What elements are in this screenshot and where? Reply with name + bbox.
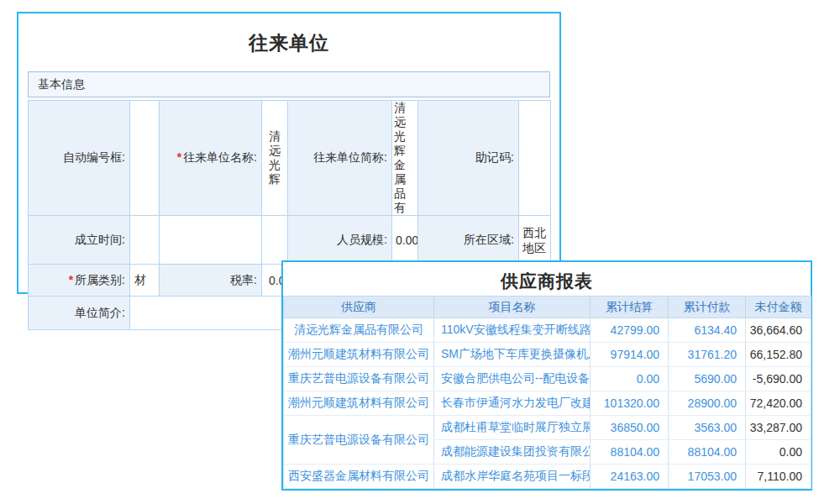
- settled-value: 42799.00: [591, 318, 669, 343]
- paid-value: 5690.00: [669, 367, 746, 391]
- supplier-link[interactable]: 清远光辉金属品有限公司: [284, 318, 434, 343]
- col-header-unpaid: 未付金额: [746, 297, 811, 318]
- project-link[interactable]: 成都杜甫草堂临时展厅独立展柜: [434, 416, 591, 440]
- col-header-supplier: 供应商: [284, 297, 434, 318]
- unpaid-value: 66,152.80: [746, 343, 811, 367]
- founded-field: [130, 216, 160, 265]
- partner-short-field: 清远光辉金属品有: [392, 101, 418, 216]
- staff-size-label: 人员规模:: [288, 216, 392, 265]
- unpaid-value: 7,110.00: [746, 465, 811, 489]
- col-header-settled: 累计结算: [591, 297, 669, 318]
- region-field: 西北地区: [519, 216, 551, 265]
- mnemonic-label: 助记码:: [418, 101, 519, 216]
- table-row: 潮州元顺建筑材料有限公司 SM广场地下车库更换摄像机及硬 97914.00 31…: [284, 343, 811, 367]
- staff-size-field: 0.00: [392, 216, 418, 265]
- settled-value: 101320.00: [591, 391, 669, 416]
- supplier-link[interactable]: 潮州元顺建筑材料有限公司: [284, 391, 434, 416]
- basic-info-section-header: 基本信息: [28, 71, 550, 97]
- supplier-report-table: 供应商 项目名称 累计结算 累计付款 未付金额 清远光辉金属品有限公司 110k…: [283, 296, 811, 489]
- table-row: 西安盛器金属材料有限公司 成都水岸华庭名苑项目一标段 24163.00 1705…: [284, 465, 811, 489]
- project-link[interactable]: 安徽合肥供电公司--配电设备检修: [434, 367, 591, 391]
- paid-value: 17053.00: [669, 465, 746, 489]
- partner-short-label: 往来单位简称:: [288, 101, 392, 216]
- partner-form-title: 往来单位: [18, 30, 559, 56]
- project-link[interactable]: 长春市伊通河水力发电厂改建工程: [434, 391, 591, 416]
- supplier-report-title: 供应商报表: [283, 270, 811, 293]
- unpaid-value: 72,420.00: [746, 391, 811, 416]
- paid-value: 88104.00: [669, 440, 746, 465]
- report-header-row: 供应商 项目名称 累计结算 累计付款 未付金额: [284, 297, 811, 318]
- auto-number-label: 自动编号框:: [29, 101, 130, 216]
- empty-cell: [262, 216, 288, 265]
- partner-name-label: *往来单位名称:: [160, 101, 262, 216]
- supplier-report-panel: 供应商报表 供应商 项目名称 累计结算 累计付款 未付金额 清远光辉金属品有限公…: [281, 260, 812, 491]
- settled-value: 0.00: [591, 367, 669, 391]
- partner-name-field: 清远光辉: [262, 101, 288, 216]
- settled-value: 88104.00: [591, 440, 669, 465]
- unpaid-value: -5,690.00: [746, 367, 811, 391]
- table-row: 潮州元顺建筑材料有限公司 长春市伊通河水力发电厂改建工程 101320.00 2…: [284, 391, 811, 416]
- required-asterisk: *: [69, 273, 73, 286]
- unpaid-value: 33,287.00: [746, 416, 811, 440]
- screen: 往来单位 基本信息 自动编号框: *往来单位名称: 清远光辉 往来单位简称: 清…: [0, 0, 840, 504]
- project-link[interactable]: 110kV安徽线程集变开断线路工程: [434, 318, 591, 343]
- supplier-link[interactable]: 潮州元顺建筑材料有限公司: [284, 343, 434, 367]
- partner-form-panel: 往来单位 基本信息 自动编号框: *往来单位名称: 清远光辉 往来单位简称: 清…: [17, 12, 561, 294]
- form-row-1: 自动编号框: *往来单位名称: 清远光辉 往来单位简称: 清远光辉金属品有 助记…: [29, 101, 551, 216]
- tax-rate-label: 税率:: [160, 265, 262, 297]
- table-row: 清远光辉金属品有限公司 110kV安徽线程集变开断线路工程 42799.00 6…: [284, 318, 811, 343]
- supplier-link[interactable]: 重庆艺普电源设备有限公司: [284, 367, 434, 391]
- unpaid-value: 36,664.60: [746, 318, 811, 343]
- settled-value: 24163.00: [591, 465, 669, 489]
- settled-value: 97914.00: [591, 343, 669, 367]
- required-asterisk: *: [177, 150, 181, 164]
- paid-value: 3563.00: [669, 416, 746, 440]
- category-label: *所属类别:: [29, 265, 130, 297]
- paid-value: 28900.00: [669, 391, 746, 416]
- table-row: 重庆艺普电源设备有限公司 成都杜甫草堂临时展厅独立展柜 36850.00 356…: [284, 416, 811, 440]
- region-label: 所在区域:: [418, 216, 519, 265]
- empty-cell: [160, 216, 262, 265]
- project-link[interactable]: SM广场地下车库更换摄像机及硬: [434, 343, 591, 367]
- form-row-2: 成立时间: 人员规模: 0.00 所在区域: 西北地区: [29, 216, 551, 265]
- category-field: 材: [130, 265, 160, 297]
- paid-value: 6134.40: [669, 318, 746, 343]
- project-link[interactable]: 成都能源建设集团投资有限公司: [434, 440, 591, 465]
- table-row: 重庆艺普电源设备有限公司 安徽合肥供电公司--配电设备检修 0.00 5690.…: [284, 367, 811, 391]
- unpaid-value: 0.00: [746, 440, 811, 465]
- auto-number-field: [130, 101, 160, 216]
- col-header-paid: 累计付款: [669, 297, 746, 318]
- paid-value: 31761.20: [669, 343, 746, 367]
- supplier-link[interactable]: 重庆艺普电源设备有限公司: [284, 416, 434, 465]
- settled-value: 36850.00: [591, 416, 669, 440]
- mnemonic-field: [519, 101, 551, 216]
- profile-label: 单位简介:: [29, 297, 130, 330]
- project-link[interactable]: 成都水岸华庭名苑项目一标段: [434, 465, 591, 489]
- founded-label: 成立时间:: [29, 216, 130, 265]
- col-header-project: 项目名称: [434, 297, 591, 318]
- supplier-link[interactable]: 西安盛器金属材料有限公司: [284, 465, 434, 489]
